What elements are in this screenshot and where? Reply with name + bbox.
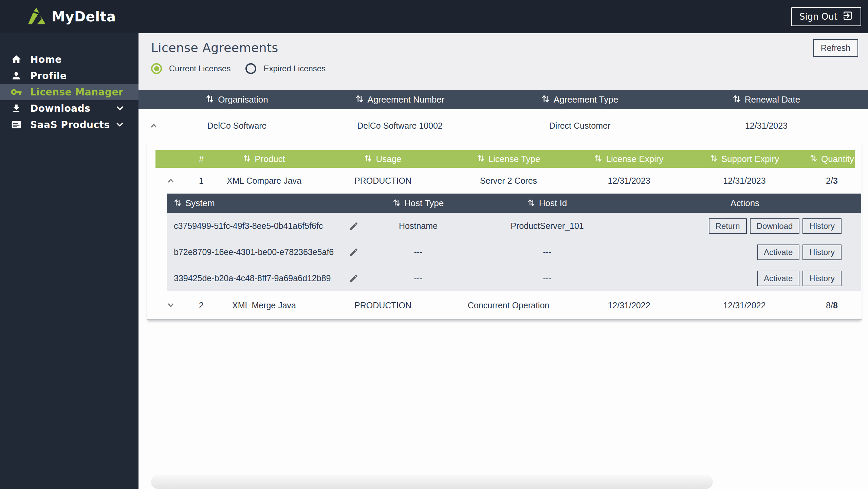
- system-row: b72e8709-16ee-4301-be00-e782363e5af6 ---…: [167, 239, 861, 265]
- column-header-organisation[interactable]: Organisation: [169, 90, 305, 109]
- column-header-system[interactable]: System: [167, 194, 371, 213]
- history-button[interactable]: History: [802, 271, 842, 286]
- product-usage: PRODUCTION: [312, 291, 454, 319]
- sidebar-item-label: SaaS Products: [30, 119, 110, 130]
- collapse-product-caret-icon[interactable]: [166, 176, 176, 186]
- filter-label: Current Licenses: [169, 64, 230, 73]
- product-support-expiry: 12/31/2023: [695, 168, 794, 194]
- system-host-id: ---: [466, 265, 629, 291]
- product-license-expiry: 12/31/2022: [563, 291, 695, 319]
- sort-icon: [477, 153, 485, 164]
- column-header-host-id[interactable]: Host Id: [466, 194, 629, 213]
- refresh-button[interactable]: Refresh: [813, 39, 858, 57]
- horizontal-scrollbar[interactable]: [151, 475, 713, 489]
- download-icon: [11, 103, 22, 114]
- sidebar-item-license-manager[interactable]: License Manager: [0, 84, 138, 100]
- system-host-id: ---: [466, 239, 629, 265]
- sidebar-item-label: License Manager: [30, 87, 123, 98]
- edit-pencil-icon[interactable]: [349, 247, 359, 257]
- brand-name: MyDelta: [52, 9, 116, 24]
- systems-table: System Host Type Host Id Actions: [167, 194, 861, 291]
- product-row: 1 XML Compare Java PRODUCTION Server 2 C…: [155, 168, 855, 194]
- column-header-renewal-date[interactable]: Renewal Date: [665, 90, 868, 109]
- collapse-agreement-caret-icon[interactable]: [149, 121, 159, 131]
- products-table-header: # Product Usage License Type: [155, 150, 855, 168]
- column-header-index[interactable]: #: [186, 150, 217, 168]
- sort-icon: [393, 198, 401, 209]
- system-row: c3759499-51fc-49f3-8ee5-0b41a6f5f6fc Hos…: [167, 213, 861, 239]
- column-header-agreement-number[interactable]: Agreement Number: [305, 90, 495, 109]
- sidebar-item-label: Downloads: [30, 103, 90, 114]
- page-title: License Agreements: [151, 41, 278, 55]
- header-spacer: [155, 150, 186, 168]
- activate-button[interactable]: Activate: [757, 271, 799, 286]
- sidebar-item-profile[interactable]: Profile: [0, 68, 138, 84]
- download-button[interactable]: Download: [750, 218, 800, 234]
- logout-icon: [842, 10, 853, 23]
- sidebar-item-label: Profile: [30, 70, 67, 82]
- history-button[interactable]: History: [802, 218, 842, 234]
- column-header-support-expiry[interactable]: Support Expiry: [695, 150, 794, 168]
- header-spacer: [138, 90, 169, 109]
- column-header-product[interactable]: Product: [217, 150, 312, 168]
- column-header-usage[interactable]: Usage: [312, 150, 454, 168]
- sort-icon: [810, 153, 818, 164]
- history-button[interactable]: History: [802, 244, 842, 260]
- column-header-quantity[interactable]: Quantity: [794, 150, 868, 168]
- column-header-license-type[interactable]: License Type: [454, 150, 563, 168]
- sign-out-button[interactable]: Sign Out: [791, 7, 861, 26]
- product-license-expiry: 12/31/2023: [563, 168, 695, 194]
- product-row: 2 XML Merge Java PRODUCTION Concurrent O…: [155, 291, 855, 319]
- chevron-down-icon: [115, 103, 125, 113]
- sort-icon: [355, 94, 364, 105]
- activate-button[interactable]: Activate: [757, 244, 799, 260]
- page-header: License Agreements Current Licenses Expi…: [138, 33, 868, 90]
- sort-icon: [528, 198, 536, 209]
- product-quantity: 2/3: [794, 168, 868, 194]
- delta-triangle-icon: [27, 7, 46, 26]
- column-header-host-type[interactable]: Host Type: [371, 194, 466, 213]
- person-icon: [11, 70, 22, 82]
- product-license-type: Server 2 Cores: [454, 168, 563, 194]
- system-host-type: ---: [371, 239, 466, 265]
- product-name: XML Merge Java: [217, 291, 312, 319]
- system-id: b72e8709-16ee-4301-be00-e782363e5af6: [167, 239, 337, 265]
- sign-out-label: Sign Out: [799, 12, 837, 22]
- edit-pencil-icon[interactable]: [349, 221, 359, 231]
- sort-icon: [594, 153, 603, 164]
- sort-icon: [364, 153, 372, 164]
- sort-icon: [243, 153, 251, 164]
- agreement-number: DelCo Software 10002: [305, 109, 495, 143]
- column-header-license-expiry[interactable]: License Expiry: [563, 150, 695, 168]
- product-quantity: 8/8: [794, 291, 868, 319]
- chevron-down-icon: [115, 120, 125, 130]
- product-support-expiry: 12/31/2022: [695, 291, 794, 319]
- sort-icon: [206, 94, 215, 105]
- edit-pencil-icon[interactable]: [349, 273, 359, 284]
- sidebar-item-home[interactable]: Home: [0, 51, 138, 68]
- brand-logo[interactable]: MyDelta: [27, 7, 116, 26]
- product-index: 2: [186, 291, 217, 319]
- license-filters: Current Licenses Expired Licenses: [151, 63, 326, 74]
- sidebar-item-downloads[interactable]: Downloads: [0, 100, 138, 116]
- column-header-agreement-type[interactable]: Renewal Date Agreement Type: [495, 90, 665, 109]
- radio-selected-icon[interactable]: [151, 63, 162, 74]
- system-row: 339425de-b20a-4c48-8ff7-9a69a6d12b89 ---…: [167, 265, 861, 291]
- filter-label: Expired Licenses: [263, 64, 326, 73]
- product-license-type: Concurrent Operation: [454, 291, 563, 319]
- filter-current-licenses[interactable]: Current Licenses: [151, 63, 230, 74]
- radio-unselected-icon[interactable]: [245, 63, 256, 74]
- column-header-actions: Actions: [629, 194, 861, 213]
- systems-table-header: System Host Type Host Id Actions: [167, 194, 861, 213]
- sidebar-item-saas-products[interactable]: SaaS Products: [0, 116, 138, 133]
- agreement-renewal-date: 12/31/2023: [665, 109, 868, 143]
- product-usage: PRODUCTION: [312, 168, 454, 194]
- sidebar-item-label: Home: [30, 54, 62, 65]
- return-button[interactable]: Return: [709, 218, 747, 234]
- expand-product-caret-icon[interactable]: [166, 300, 176, 310]
- screen-list-icon: [11, 119, 22, 130]
- sort-icon: [541, 94, 550, 105]
- system-host-id: ProductServer_101: [466, 213, 629, 239]
- filter-expired-licenses[interactable]: Expired Licenses: [245, 63, 326, 74]
- system-host-type: ---: [371, 265, 466, 291]
